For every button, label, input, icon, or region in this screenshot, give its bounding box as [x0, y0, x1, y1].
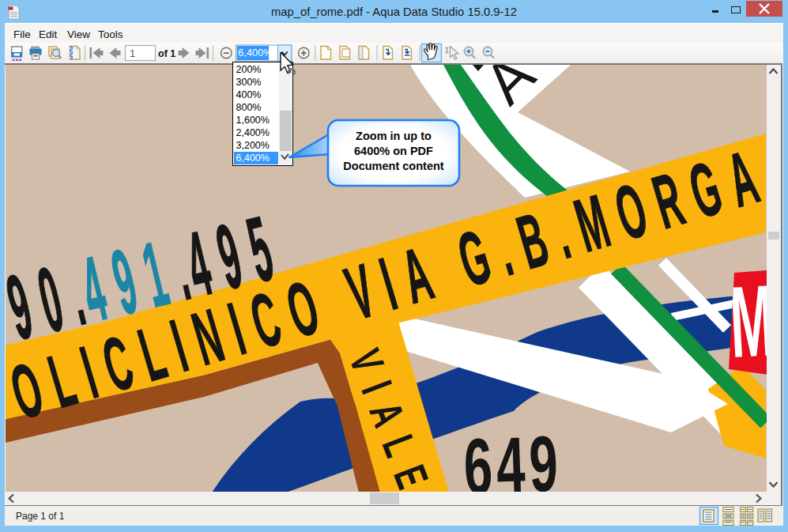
- svg-text:Zoom in up to: Zoom in up to: [356, 130, 432, 142]
- svg-text:Document content: Document content: [343, 160, 443, 172]
- svg-text:649: 649: [462, 420, 564, 492]
- svg-text:1: 1: [130, 47, 135, 59]
- svg-text:6,400%: 6,400%: [238, 47, 272, 58]
- svg-text:6400% on PDF: 6400% on PDF: [354, 145, 433, 157]
- svg-text:of 1: of 1: [158, 48, 175, 59]
